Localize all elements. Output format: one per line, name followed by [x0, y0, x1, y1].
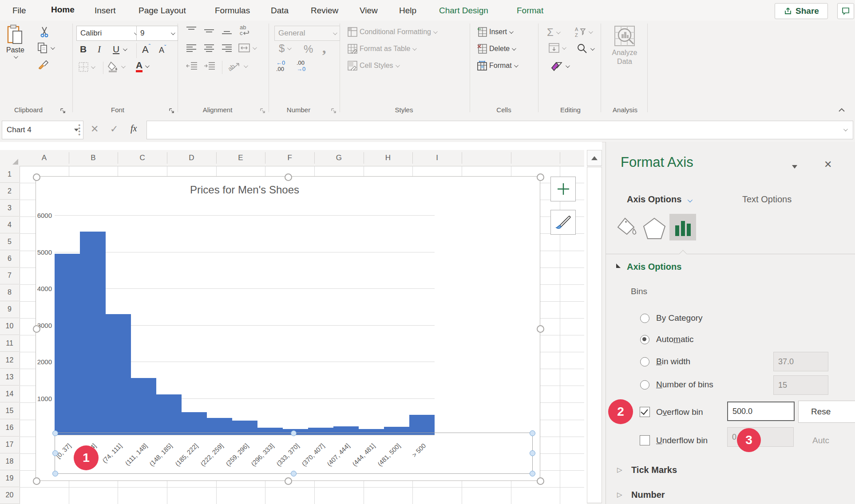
increase-decimal-button[interactable]: ←0.00 [276, 60, 285, 72]
section-axis-options[interactable]: Axis Options [627, 262, 681, 272]
align-left-button[interactable] [186, 43, 197, 54]
row-header[interactable]: 2 [0, 183, 19, 200]
row-header[interactable]: 12 [0, 352, 19, 369]
column-header[interactable]: B [69, 150, 118, 166]
section-tick-marks[interactable]: Tick Marks [631, 465, 677, 475]
chart-selection-handle[interactable] [33, 325, 40, 333]
histogram-bar[interactable] [156, 394, 181, 435]
row-header[interactable]: 10 [0, 318, 19, 335]
accounting-format-button[interactable]: $ [279, 42, 290, 55]
row-header[interactable]: 20 [0, 487, 19, 504]
overflow-reset-button[interactable]: Rese [798, 401, 855, 423]
fill-line-icon[interactable] [617, 217, 638, 240]
chart-selection-handle[interactable] [285, 173, 292, 181]
radio-by-category[interactable] [640, 314, 649, 323]
chart-selection-handle[interactable] [285, 477, 292, 485]
chart-plot-area[interactable]: 100020003000400050006000[0, 37](37, 74](… [55, 215, 435, 435]
histogram-bar[interactable] [55, 254, 80, 435]
axis-selection-handle[interactable] [291, 471, 297, 476]
percent-style-button[interactable]: % [304, 43, 313, 55]
overflow-bin-checkbox[interactable] [640, 407, 650, 417]
axis-label-selection-box[interactable] [55, 433, 533, 474]
histogram-bar[interactable] [181, 412, 206, 435]
tab-chart-design[interactable]: Chart Design [439, 0, 488, 21]
comma-style-button[interactable]: , [322, 39, 326, 56]
comments-button[interactable] [837, 3, 854, 19]
radio-number-of-bins[interactable] [640, 380, 649, 390]
font-color-button[interactable]: A [136, 60, 148, 72]
decrease-indent-button[interactable] [186, 61, 198, 71]
row-header[interactable]: 3 [0, 200, 19, 217]
insert-function-button[interactable]: fx [131, 123, 137, 134]
row-header[interactable]: 4 [0, 217, 19, 233]
tab-page-layout[interactable]: Page Layout [139, 0, 186, 21]
chart-selection-handle[interactable] [537, 325, 544, 333]
alignment-dialog-launcher[interactable] [260, 108, 266, 114]
bold-button[interactable]: B [80, 44, 87, 55]
number-dialog-launcher[interactable] [331, 108, 337, 114]
paste-button[interactable]: Paste [6, 24, 24, 59]
panel-close-icon[interactable]: ✕ [824, 159, 832, 170]
column-header[interactable]: H [364, 150, 413, 166]
row-header[interactable]: 7 [0, 268, 19, 284]
tab-file[interactable]: File [12, 0, 26, 21]
axis-selection-handle[interactable] [52, 471, 58, 476]
chart-selection-handle[interactable] [537, 477, 544, 485]
increase-indent-button[interactable] [203, 61, 216, 71]
borders-button[interactable] [78, 62, 94, 72]
merge-center-button[interactable] [238, 42, 256, 54]
row-header[interactable]: 15 [0, 402, 19, 419]
chart-selection-handle[interactable] [537, 173, 544, 181]
tab-help[interactable]: Help [399, 0, 416, 21]
overflow-bin-label[interactable]: Overflow bin [656, 407, 703, 417]
underline-button[interactable]: U [113, 44, 119, 55]
cell-styles-button[interactable]: Cell Styles [348, 61, 399, 71]
axis-selection-handle[interactable] [530, 450, 535, 456]
font-size-combo[interactable]: 9 [136, 26, 178, 41]
collapse-ribbon-button[interactable] [838, 108, 845, 112]
grow-font-button[interactable]: Aˆ [142, 43, 150, 55]
axis-selection-handle[interactable] [530, 430, 535, 436]
format-as-table-button[interactable]: Format as Table [348, 44, 416, 54]
find-select-button[interactable] [576, 43, 594, 55]
align-middle-button[interactable] [203, 25, 215, 36]
tab-home[interactable]: Home [51, 0, 75, 23]
cancel-icon[interactable]: ✕ [91, 123, 99, 135]
tab-formulas[interactable]: Formulas [215, 0, 250, 21]
axis-selection-handle[interactable] [52, 450, 58, 456]
copy-button[interactable] [37, 42, 54, 54]
chart-selection-handle[interactable] [33, 477, 40, 485]
scrollbar-thumb[interactable] [587, 167, 602, 503]
tab-data[interactable]: Data [271, 0, 289, 21]
chart-elements-button[interactable] [550, 177, 576, 201]
chart-styles-button[interactable] [550, 210, 576, 235]
column-header[interactable]: I [412, 150, 462, 166]
number-of-bins-input[interactable]: 15 [773, 375, 828, 395]
axis-options-icon-selected[interactable] [669, 214, 696, 240]
tab-insert[interactable]: Insert [95, 0, 116, 21]
format-cells-button[interactable]: Format [477, 61, 517, 71]
format-painter-button[interactable] [37, 59, 50, 71]
overflow-bin-input[interactable]: 500.0 [727, 402, 795, 421]
column-header[interactable]: C [118, 150, 167, 166]
orientation-button[interactable]: ab [228, 60, 247, 72]
row-header[interactable]: 11 [0, 335, 19, 352]
name-box[interactable]: Chart 4 [2, 121, 83, 139]
font-family-combo[interactable]: Calibri [76, 26, 141, 41]
axis-selection-handle[interactable] [52, 430, 58, 436]
select-all-corner[interactable] [0, 150, 20, 166]
column-header[interactable]: D [167, 150, 216, 166]
column-header[interactable]: E [216, 150, 265, 166]
row-header[interactable]: 16 [0, 420, 19, 437]
vertical-scrollbar[interactable] [587, 150, 602, 504]
histogram-bar[interactable] [80, 232, 105, 435]
align-bottom-button[interactable] [221, 25, 233, 36]
tab-format[interactable]: Format [517, 0, 543, 21]
tab-view[interactable]: View [360, 0, 378, 21]
panel-tab-axis-options[interactable]: Axis Options [627, 194, 691, 205]
tab-review[interactable]: Review [311, 0, 338, 21]
effects-icon[interactable] [643, 217, 666, 240]
row-header[interactable]: 9 [0, 301, 19, 318]
row-header[interactable]: 14 [0, 386, 19, 402]
formula-bar-expand-icon[interactable] [843, 127, 848, 131]
